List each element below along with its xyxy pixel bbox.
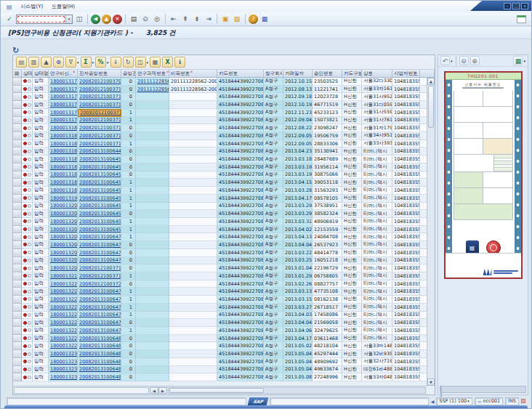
cell-item_no[interactable] bbox=[169, 124, 217, 132]
cell-status_name[interactable]: 입력 bbox=[33, 101, 49, 109]
cell-exp_no[interactable]: 1800013189 bbox=[49, 187, 78, 195]
cell-card_type[interactable]: H신한 bbox=[342, 312, 362, 320]
cell-trans_date[interactable]: 2013.01.04 bbox=[283, 264, 313, 272]
cell-cnt[interactable]: 1 bbox=[121, 327, 136, 335]
cell-status[interactable] bbox=[22, 257, 33, 265]
cell-status[interactable] bbox=[22, 147, 33, 155]
column-header-cnt[interactable]: 증빙건수 bbox=[121, 70, 136, 78]
cell-status[interactable] bbox=[22, 296, 33, 304]
filter-icon[interactable]: ∇ bbox=[65, 57, 76, 68]
cell-card_type[interactable]: H신한 bbox=[342, 195, 362, 203]
cell-store[interactable]: 서울31사7613 bbox=[362, 117, 392, 125]
cell-exp_no[interactable]: 1800013178 bbox=[49, 109, 78, 117]
cell-exp_no[interactable]: 1800013206 bbox=[49, 241, 78, 249]
cell-exp_no[interactable]: 1800013181 bbox=[49, 132, 78, 140]
cell-cnt[interactable]: 0 bbox=[121, 155, 136, 163]
cell-cnt[interactable]: 0 bbox=[121, 132, 136, 140]
column-header-evid_no[interactable]: 전자증빙번호 bbox=[78, 70, 121, 78]
cell-cnt[interactable]: 1 bbox=[121, 312, 136, 320]
excel-icon[interactable]: X bbox=[162, 57, 173, 68]
cell-evid_no[interactable]: 200820121003717 bbox=[78, 140, 121, 148]
cell-card_no[interactable]: 4518444399227085 bbox=[217, 373, 264, 381]
cell-store[interactable]: 티머니택시 bbox=[362, 226, 392, 234]
cell-card_no[interactable]: 4518444399227085 bbox=[217, 264, 264, 272]
cell-evid_no[interactable]: 200820131006459 bbox=[78, 226, 121, 234]
cell-card_type[interactable]: H신한 bbox=[342, 226, 362, 234]
cell-item_no[interactable] bbox=[169, 342, 217, 350]
cell-biz_no[interactable]: 1048183559 bbox=[392, 358, 420, 366]
cell-bill_co[interactable]: A청구 bbox=[264, 147, 283, 155]
command-field[interactable]: ▾ bbox=[16, 15, 73, 24]
cell-proj_no[interactable] bbox=[136, 280, 169, 288]
cell-store[interactable]: 서울31사5592 bbox=[362, 109, 392, 117]
cell-bill_co[interactable]: A청구 bbox=[264, 335, 283, 343]
cell-status[interactable] bbox=[22, 342, 33, 350]
cell-card_type[interactable]: H신한 bbox=[342, 187, 362, 195]
chevron-down-icon[interactable]: ▾ bbox=[92, 60, 94, 65]
cell-card_no[interactable]: 4518444399227085 bbox=[217, 86, 264, 94]
cell-bill_co[interactable]: A청구 bbox=[264, 226, 283, 234]
cell-proj_no[interactable] bbox=[136, 155, 169, 163]
cell-store[interactable]: 티머니택시 bbox=[362, 241, 392, 249]
cell-status_name[interactable]: 입력 bbox=[33, 350, 49, 358]
cell-exp_no[interactable]: 1800013180 bbox=[49, 124, 78, 132]
cell-status[interactable] bbox=[22, 124, 33, 132]
exp_no-link[interactable]: 1800013178 bbox=[50, 110, 78, 116]
cell-exp_no[interactable]: 1800013183 bbox=[49, 140, 78, 148]
column-header-exp_no[interactable]: 연구비신..* bbox=[49, 70, 78, 78]
row-selector[interactable] bbox=[13, 109, 22, 117]
cell-card_type[interactable]: H신한 bbox=[342, 373, 362, 381]
save-icon[interactable]: ◫ bbox=[74, 14, 84, 24]
cell-evid_no[interactable]: 200820131006480 bbox=[78, 335, 121, 343]
cell-status[interactable] bbox=[22, 335, 33, 343]
cell-status[interactable] bbox=[22, 101, 33, 109]
print-icon[interactable]: ▤ bbox=[129, 14, 139, 24]
cell-card_no[interactable]: 4518444399227085 bbox=[217, 312, 264, 320]
cell-card_no[interactable]: 4518444399227085 bbox=[217, 304, 264, 312]
cell-card_no[interactable]: 4518444399227085 bbox=[217, 109, 264, 117]
cell-appr_no[interactable]: 26718517 bbox=[313, 304, 342, 312]
cell-status_name[interactable]: 입력 bbox=[33, 86, 49, 94]
exp_no-link[interactable]: 1800013225 bbox=[50, 312, 78, 317]
cell-status_name[interactable]: 입력 bbox=[33, 218, 49, 226]
cell-cnt[interactable]: 0 bbox=[121, 86, 136, 94]
evid_no-link[interactable]: 200820121003711 bbox=[79, 94, 121, 100]
cell-card_no[interactable]: 4518444399227085 bbox=[217, 179, 264, 187]
cell-trans_date[interactable]: 2013.05.04 bbox=[283, 350, 313, 358]
exp_no-link[interactable]: 1800013174 bbox=[50, 78, 78, 84]
cell-store[interactable]: 티머니택시 bbox=[362, 171, 392, 179]
cell-card_type[interactable]: H신한 bbox=[342, 155, 362, 163]
cell-bill_co[interactable]: A청구 bbox=[264, 86, 283, 94]
cell-item_no[interactable] bbox=[169, 101, 217, 109]
cell-card_type[interactable]: H신한 bbox=[342, 147, 362, 155]
cell-store[interactable]: 티머니택시 bbox=[362, 257, 392, 265]
cell-item_no[interactable] bbox=[169, 264, 217, 272]
cell-item_no[interactable] bbox=[169, 163, 217, 171]
cell-cnt[interactable]: 0 bbox=[121, 101, 136, 109]
cancel-icon[interactable]: ✕ bbox=[113, 15, 122, 24]
cell-proj_no[interactable] bbox=[136, 342, 169, 350]
cell-appr_no[interactable]: 28833306 bbox=[313, 140, 342, 148]
cell-appr_no[interactable]: 12153559 bbox=[313, 226, 342, 234]
cell-bill_co[interactable]: A청구 bbox=[264, 109, 283, 117]
cell-trans_date[interactable]: 2013.04.04 bbox=[283, 241, 313, 249]
cell-card_no[interactable]: 4518444399227085 bbox=[217, 288, 264, 296]
exp_no-link[interactable]: 1800013184 bbox=[50, 148, 78, 154]
cell-appr_no[interactable]: 31563293 bbox=[313, 187, 342, 195]
evid_no-link[interactable]: 200820121003713 bbox=[80, 110, 121, 116]
cell-store[interactable]: 티머니택시 bbox=[362, 203, 392, 211]
cell-item_no[interactable] bbox=[169, 195, 217, 203]
cell-biz_no[interactable]: 1048183559 bbox=[392, 233, 420, 241]
cell-item_no[interactable] bbox=[169, 132, 217, 140]
row-selector[interactable] bbox=[13, 163, 22, 171]
cell-bill_co[interactable]: A청구 bbox=[264, 327, 283, 335]
cell-bill_co[interactable]: A청구 bbox=[264, 187, 283, 195]
cell-card_type[interactable]: H신한 bbox=[342, 233, 362, 241]
cell-proj_no[interactable] bbox=[136, 132, 169, 140]
cell-appr_no[interactable]: 16051218 bbox=[313, 257, 342, 265]
exp_no-link[interactable]: 1800013203 bbox=[50, 219, 78, 224]
cell-cnt[interactable]: 1 bbox=[121, 218, 136, 226]
cell-status[interactable] bbox=[22, 179, 33, 187]
cell-card_type[interactable]: H신한 bbox=[342, 280, 362, 288]
cell-exp_no[interactable]: 1800013201 bbox=[49, 203, 78, 211]
